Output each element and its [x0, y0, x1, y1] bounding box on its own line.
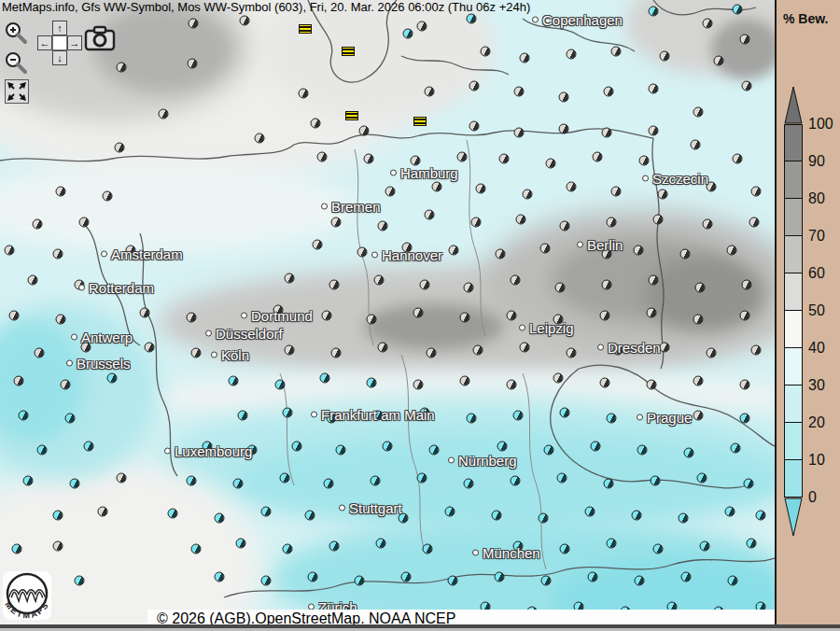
- weather-symbol-clear-icon: [355, 576, 365, 586]
- weather-symbol-cloud-icon: [449, 245, 459, 256]
- weather-symbol-cloud-icon: [658, 189, 668, 200]
- weather-symbol-cloud-icon: [639, 156, 650, 166]
- camera-icon: [84, 25, 116, 51]
- weather-symbol-cloud-icon: [374, 275, 385, 286]
- weather-symbol-cloud-icon: [649, 126, 659, 136]
- weather-symbol-clear-icon: [236, 539, 246, 549]
- weather-symbol-cloud-icon: [647, 308, 657, 318]
- weather-symbol-cloud-icon: [117, 473, 127, 484]
- zoom-out-button[interactable]: [5, 51, 29, 79]
- weather-symbol-cloud-icon: [649, 84, 659, 94]
- legend-arrow-up-icon: [784, 87, 803, 124]
- weather-symbol-clear-icon: [467, 14, 477, 24]
- city-marker-icon: [66, 360, 73, 367]
- weather-symbol-clear-icon: [215, 572, 225, 582]
- weather-symbol-cloud-icon: [188, 59, 198, 69]
- weather-symbol-cloud-icon: [703, 219, 713, 230]
- weather-symbol-cloud-icon: [145, 343, 155, 353]
- weather-symbol-clear-icon: [464, 479, 474, 489]
- legend-tick-label: 40: [808, 340, 825, 357]
- weather-symbol-cloud-icon: [607, 217, 617, 228]
- weather-symbol-cloud-icon: [520, 343, 530, 353]
- weather-symbol-clear-icon: [305, 511, 315, 521]
- weather-symbol-cloud-icon: [496, 249, 506, 259]
- weather-symbol-cloud-icon: [378, 343, 388, 353]
- weather-symbol-cloud-icon: [189, 19, 199, 29]
- map-app: CopenhagenHamburgSzczecinBremenAmsterdam…: [0, 0, 840, 631]
- weather-symbol-cloud-icon: [647, 380, 657, 390]
- weather-symbol-cloud-icon: [313, 240, 323, 250]
- weather-symbol-cloud-icon: [751, 345, 762, 356]
- weather-symbol-cloud-icon: [740, 380, 750, 390]
- weather-symbol-cloud-icon: [749, 217, 760, 228]
- metmaps-logo: METMAPS: [3, 569, 55, 625]
- weather-symbol-clear-icon: [740, 414, 750, 424]
- weather-symbol-clear-icon: [383, 442, 393, 452]
- city-name: Nürnberg: [458, 453, 517, 469]
- weather-symbol-clear-icon: [560, 408, 570, 418]
- city-marker-icon: [577, 242, 583, 248]
- weather-symbol-cloud-icon: [14, 376, 24, 386]
- weather-symbol-clear-icon: [635, 576, 645, 586]
- city-label-dresden: Dresden: [597, 340, 661, 356]
- weather-symbol-cloud-icon: [322, 311, 332, 321]
- weather-symbol-cloud-icon: [740, 35, 750, 45]
- city-label-luxembourg: Luxembourg: [164, 443, 252, 459]
- weather-symbol-clear-icon: [495, 572, 505, 582]
- weather-symbol-cloud-icon: [742, 81, 752, 91]
- weather-symbol-clear-icon: [12, 544, 22, 554]
- weather-symbol-cloud-icon: [602, 280, 612, 290]
- weather-symbol-cloud-icon: [511, 275, 521, 286]
- weather-symbol-cloud-icon: [660, 343, 670, 353]
- pan-left-button[interactable]: ←: [37, 35, 52, 50]
- weather-symbol-cloud-icon: [255, 133, 265, 144]
- fog-bar: [413, 123, 427, 126]
- snapshot-button[interactable]: [84, 25, 116, 55]
- city-name: Frankfurt am Main: [321, 407, 435, 423]
- city-marker-icon: [472, 550, 479, 556]
- weather-symbol-cloud-icon: [317, 152, 328, 162]
- weather-symbol-cloud-icon: [649, 275, 659, 286]
- weather-symbol-cloud-icon: [600, 378, 610, 388]
- city-name: Copenhagen: [542, 12, 623, 28]
- weather-symbol-clear-icon: [229, 376, 239, 386]
- weather-symbol-cloud-icon: [61, 380, 71, 390]
- weather-symbol-cloud-icon: [425, 87, 435, 97]
- weather-symbol-cloud-icon: [559, 124, 569, 134]
- city-name: Berlin: [587, 237, 623, 253]
- city-marker-icon: [339, 505, 345, 512]
- legend-tick-label: 60: [808, 265, 825, 282]
- pan-up-button[interactable]: ↑: [52, 21, 67, 35]
- weather-symbol-clear-icon: [65, 414, 76, 424]
- city-name: Köln: [221, 347, 249, 363]
- weather-symbol-clear-icon: [557, 473, 567, 484]
- weather-symbol-clear-icon: [84, 442, 94, 452]
- legend-title: % Bew.: [783, 11, 829, 26]
- weather-symbol-cloud-icon: [514, 87, 525, 97]
- fullscreen-button[interactable]: [5, 79, 29, 104]
- city-name: Stuttgart: [349, 500, 402, 516]
- city-label-antwerp: Antwerp: [71, 330, 133, 345]
- weather-symbol-cloud-icon: [103, 191, 113, 202]
- city-label-dortmund: Dortmund: [241, 308, 313, 324]
- zoom-out-icon: [5, 51, 29, 76]
- weather-symbol-cloud-icon: [593, 152, 603, 162]
- weather-symbol-cloud-icon: [359, 126, 370, 136]
- fog-bar: [299, 31, 312, 34]
- legend-tick-label: 20: [808, 414, 825, 431]
- city-label-amsterdam: Amsterdam: [101, 246, 183, 262]
- weather-symbol-fog-icon: [345, 111, 358, 120]
- pan-down-button[interactable]: ↓: [52, 50, 67, 65]
- legend-arrow-down: [785, 498, 802, 536]
- zoom-in-button[interactable]: [5, 21, 29, 49]
- legend-tick-label: 100: [808, 116, 833, 133]
- weather-symbol-cloud-icon: [35, 348, 45, 358]
- weather-symbol-cloud-icon: [553, 373, 564, 384]
- weather-symbol-cloud-icon: [714, 56, 724, 66]
- weather-symbol-clear-icon: [324, 479, 334, 489]
- map-canvas[interactable]: CopenhagenHamburgSzczecinBremenAmsterdam…: [0, 0, 775, 631]
- weather-symbol-clear-icon: [75, 576, 85, 586]
- weather-symbol-cloud-icon: [79, 217, 90, 228]
- pan-right-button[interactable]: →: [67, 35, 82, 50]
- city-label-prague: Prague: [637, 410, 692, 426]
